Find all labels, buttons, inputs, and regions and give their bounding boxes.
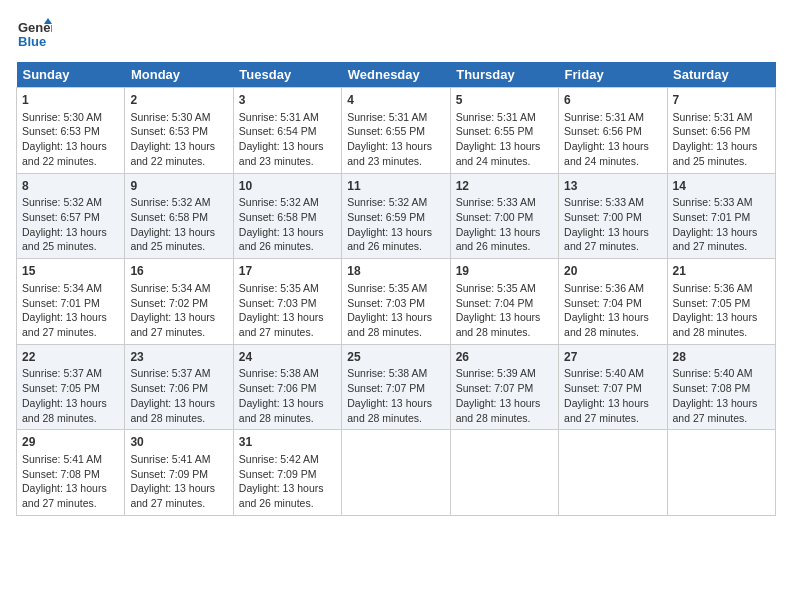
week-row-2: 8Sunrise: 5:32 AMSunset: 6:57 PMDaylight…: [17, 173, 776, 259]
svg-text:Blue: Blue: [18, 34, 46, 49]
cell-info-line: Sunrise: 5:30 AM: [130, 110, 227, 125]
calendar-cell: 31Sunrise: 5:42 AMSunset: 7:09 PMDayligh…: [233, 430, 341, 516]
cell-day-number: 20: [564, 263, 661, 280]
calendar-cell: 21Sunrise: 5:36 AMSunset: 7:05 PMDayligh…: [667, 259, 775, 345]
calendar-cell: 8Sunrise: 5:32 AMSunset: 6:57 PMDaylight…: [17, 173, 125, 259]
cell-info-line: Daylight: 13 hours: [22, 139, 119, 154]
calendar-cell: [559, 430, 667, 516]
calendar-cell: 23Sunrise: 5:37 AMSunset: 7:06 PMDayligh…: [125, 344, 233, 430]
calendar-cell: [342, 430, 450, 516]
cell-info-line: Sunset: 6:56 PM: [564, 124, 661, 139]
cell-info-line: Sunset: 7:04 PM: [456, 296, 553, 311]
cell-info-line: and 23 minutes.: [239, 154, 336, 169]
cell-info-line: Sunrise: 5:41 AM: [22, 452, 119, 467]
calendar-cell: 3Sunrise: 5:31 AMSunset: 6:54 PMDaylight…: [233, 88, 341, 174]
cell-info-line: Sunset: 6:58 PM: [239, 210, 336, 225]
cell-day-number: 8: [22, 178, 119, 195]
cell-info-line: Sunrise: 5:39 AM: [456, 366, 553, 381]
cell-info-line: and 26 minutes.: [239, 496, 336, 511]
cell-day-number: 12: [456, 178, 553, 195]
cell-info-line: Sunrise: 5:35 AM: [347, 281, 444, 296]
cell-info-line: and 27 minutes.: [673, 239, 770, 254]
cell-info-line: Sunset: 7:00 PM: [456, 210, 553, 225]
cell-day-number: 21: [673, 263, 770, 280]
cell-info-line: Daylight: 13 hours: [564, 310, 661, 325]
cell-info-line: and 28 minutes.: [22, 411, 119, 426]
calendar-cell: 29Sunrise: 5:41 AMSunset: 7:08 PMDayligh…: [17, 430, 125, 516]
cell-info-line: Sunset: 7:01 PM: [673, 210, 770, 225]
calendar-cell: 19Sunrise: 5:35 AMSunset: 7:04 PMDayligh…: [450, 259, 558, 345]
cell-info-line: Sunrise: 5:32 AM: [239, 195, 336, 210]
cell-info-line: Daylight: 13 hours: [564, 396, 661, 411]
week-row-1: 1Sunrise: 5:30 AMSunset: 6:53 PMDaylight…: [17, 88, 776, 174]
cell-info-line: Sunset: 6:56 PM: [673, 124, 770, 139]
cell-info-line: Sunrise: 5:32 AM: [347, 195, 444, 210]
calendar-cell: 16Sunrise: 5:34 AMSunset: 7:02 PMDayligh…: [125, 259, 233, 345]
calendar-table: SundayMondayTuesdayWednesdayThursdayFrid…: [16, 62, 776, 516]
cell-info-line: Sunset: 6:59 PM: [347, 210, 444, 225]
cell-info-line: Sunset: 7:07 PM: [456, 381, 553, 396]
cell-info-line: Sunrise: 5:34 AM: [22, 281, 119, 296]
cell-info-line: Sunrise: 5:31 AM: [564, 110, 661, 125]
cell-info-line: and 24 minutes.: [456, 154, 553, 169]
cell-info-line: and 27 minutes.: [564, 411, 661, 426]
cell-info-line: Daylight: 13 hours: [239, 396, 336, 411]
week-row-5: 29Sunrise: 5:41 AMSunset: 7:08 PMDayligh…: [17, 430, 776, 516]
cell-info-line: Daylight: 13 hours: [22, 310, 119, 325]
cell-info-line: Daylight: 13 hours: [130, 481, 227, 496]
cell-day-number: 3: [239, 92, 336, 109]
cell-info-line: Daylight: 13 hours: [239, 481, 336, 496]
calendar-cell: 27Sunrise: 5:40 AMSunset: 7:07 PMDayligh…: [559, 344, 667, 430]
calendar-cell: 11Sunrise: 5:32 AMSunset: 6:59 PMDayligh…: [342, 173, 450, 259]
calendar-cell: 15Sunrise: 5:34 AMSunset: 7:01 PMDayligh…: [17, 259, 125, 345]
cell-info-line: Sunset: 7:09 PM: [130, 467, 227, 482]
cell-info-line: Sunset: 7:06 PM: [130, 381, 227, 396]
cell-info-line: Sunset: 6:53 PM: [130, 124, 227, 139]
cell-day-number: 15: [22, 263, 119, 280]
week-row-4: 22Sunrise: 5:37 AMSunset: 7:05 PMDayligh…: [17, 344, 776, 430]
cell-info-line: Daylight: 13 hours: [130, 225, 227, 240]
cell-info-line: Daylight: 13 hours: [456, 310, 553, 325]
cell-info-line: Daylight: 13 hours: [347, 225, 444, 240]
cell-day-number: 5: [456, 92, 553, 109]
cell-info-line: Daylight: 13 hours: [347, 139, 444, 154]
cell-info-line: and 27 minutes.: [673, 411, 770, 426]
cell-info-line: Daylight: 13 hours: [347, 396, 444, 411]
calendar-cell: 22Sunrise: 5:37 AMSunset: 7:05 PMDayligh…: [17, 344, 125, 430]
cell-info-line: and 26 minutes.: [456, 239, 553, 254]
cell-info-line: Sunrise: 5:38 AM: [347, 366, 444, 381]
cell-day-number: 2: [130, 92, 227, 109]
cell-day-number: 18: [347, 263, 444, 280]
calendar-cell: 30Sunrise: 5:41 AMSunset: 7:09 PMDayligh…: [125, 430, 233, 516]
col-header-thursday: Thursday: [450, 62, 558, 88]
calendar-cell: 6Sunrise: 5:31 AMSunset: 6:56 PMDaylight…: [559, 88, 667, 174]
calendar-cell: 7Sunrise: 5:31 AMSunset: 6:56 PMDaylight…: [667, 88, 775, 174]
cell-info-line: Sunset: 7:03 PM: [239, 296, 336, 311]
cell-info-line: Sunset: 6:57 PM: [22, 210, 119, 225]
cell-info-line: Sunrise: 5:35 AM: [239, 281, 336, 296]
cell-day-number: 29: [22, 434, 119, 451]
cell-info-line: Sunrise: 5:34 AM: [130, 281, 227, 296]
cell-day-number: 31: [239, 434, 336, 451]
cell-info-line: Daylight: 13 hours: [239, 310, 336, 325]
cell-info-line: and 28 minutes.: [239, 411, 336, 426]
cell-info-line: Daylight: 13 hours: [673, 396, 770, 411]
cell-info-line: Daylight: 13 hours: [130, 139, 227, 154]
cell-info-line: Sunrise: 5:31 AM: [673, 110, 770, 125]
cell-info-line: Sunset: 7:07 PM: [564, 381, 661, 396]
cell-info-line: Daylight: 13 hours: [564, 225, 661, 240]
calendar-cell: [667, 430, 775, 516]
cell-info-line: and 27 minutes.: [22, 496, 119, 511]
cell-info-line: Sunrise: 5:37 AM: [22, 366, 119, 381]
cell-day-number: 30: [130, 434, 227, 451]
cell-info-line: Sunset: 7:08 PM: [22, 467, 119, 482]
cell-info-line: Sunset: 7:05 PM: [673, 296, 770, 311]
cell-day-number: 13: [564, 178, 661, 195]
cell-info-line: Daylight: 13 hours: [456, 225, 553, 240]
cell-info-line: Sunrise: 5:38 AM: [239, 366, 336, 381]
cell-info-line: and 28 minutes.: [130, 411, 227, 426]
cell-info-line: and 28 minutes.: [456, 325, 553, 340]
col-header-monday: Monday: [125, 62, 233, 88]
cell-info-line: and 28 minutes.: [456, 411, 553, 426]
cell-info-line: and 28 minutes.: [564, 325, 661, 340]
